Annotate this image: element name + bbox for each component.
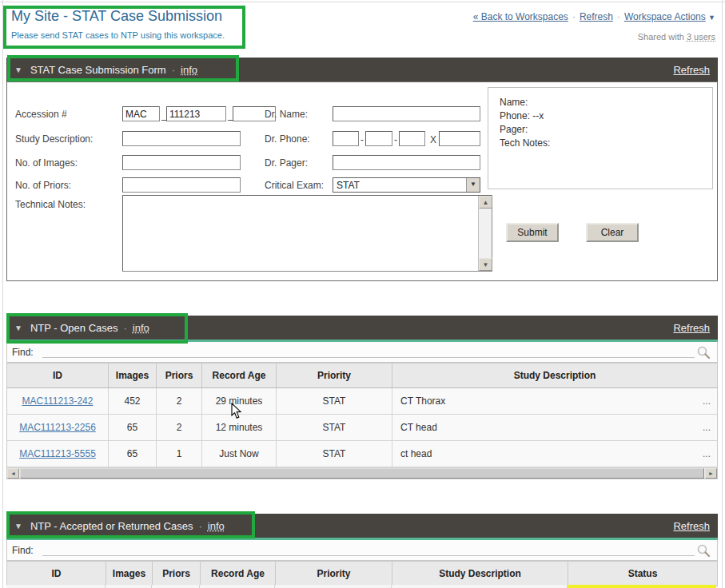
images-cell: 65 (109, 415, 157, 441)
column-header-priors[interactable]: Priors (157, 363, 202, 388)
dr-phone-prefix-input[interactable] (365, 131, 392, 146)
dr-pager-label: Dr. Pager: (265, 157, 308, 169)
dr-phone-area-input[interactable] (333, 131, 359, 146)
dr-name-input[interactable] (333, 106, 480, 121)
scrollbar-thumb[interactable] (20, 468, 704, 479)
accepted-cases-info-link[interactable]: info (208, 520, 225, 532)
workspace-actions-dropdown-icon[interactable]: ▼ (708, 14, 715, 22)
partial-cell (200, 585, 275, 588)
top-nav: « Back to Workspaces·Refresh·Workspace A… (473, 11, 715, 22)
scroll-down-icon[interactable]: ▼ (479, 258, 492, 271)
dropdown-arrow-icon[interactable]: ▼ (466, 178, 480, 192)
accession-label: Accession # (15, 109, 67, 120)
accepted-cases-refresh-link[interactable]: Refresh (673, 520, 710, 532)
scroll-up-icon[interactable]: ▲ (479, 196, 492, 209)
open-cases-refresh-link[interactable]: Refresh (673, 322, 710, 334)
scroll-right-icon[interactable]: ► (705, 468, 717, 479)
accession-part2-input[interactable] (166, 106, 226, 121)
phone-ext-label: X (430, 134, 436, 145)
dr-phone-ext-input[interactable] (439, 131, 480, 146)
summary-name-line: Name: (500, 96, 701, 109)
case-id-link[interactable]: MAC111213-2256 (19, 422, 96, 433)
critical-exam-value: STAT (337, 180, 360, 191)
priors-cell: 2 (157, 415, 202, 441)
no-images-input[interactable] (122, 155, 241, 170)
clear-button[interactable]: Clear (586, 223, 639, 242)
section-collapse-icon[interactable]: ▼ (14, 324, 22, 332)
no-priors-input[interactable] (122, 177, 241, 193)
case-id-link[interactable]: MAC111213-242 (22, 395, 94, 407)
more-ellipsis[interactable]: ... (703, 422, 711, 433)
refresh-link[interactable]: Refresh (580, 11, 613, 22)
submitter-summary-panel: Name: Phone: --x Pager: Tech Notes: (488, 87, 713, 189)
column-header-images[interactable]: Images (109, 363, 157, 388)
technical-notes-input[interactable] (123, 196, 478, 271)
critical-exam-select[interactable]: STAT ▼ (333, 177, 480, 193)
form-info-link[interactable]: info (181, 64, 197, 76)
priority-cell: STAT (277, 415, 392, 441)
section-separator: · (193, 520, 207, 532)
accepted-cases-find-input[interactable] (42, 543, 695, 556)
open-cases-find-input[interactable] (42, 345, 695, 358)
no-priors-label: No. of Priors: (15, 180, 71, 191)
column-header-priors[interactable]: Priors (153, 561, 201, 586)
case-id-link[interactable]: MAC111213-5555 (19, 448, 96, 459)
stat-case-form: Accession # _ _ Study Description: No. o… (6, 81, 718, 281)
search-icon[interactable] (696, 345, 711, 360)
form-section-title: STAT Case Submission Form (30, 64, 166, 76)
dr-phone-label: Dr. Phone: (265, 133, 310, 145)
priors-cell: 1 (157, 441, 202, 467)
column-header-record-age[interactable]: Record Age (201, 561, 276, 586)
section-separator: · (166, 64, 181, 76)
accession-part1-input[interactable] (122, 106, 160, 121)
study-description-cell: CT head... (392, 415, 717, 441)
priority-cell: STAT (277, 441, 392, 467)
scroll-left-icon[interactable]: ◄ (7, 468, 19, 479)
section-collapse-icon[interactable]: ▼ (14, 522, 22, 530)
column-header-images[interactable]: Images (106, 561, 153, 586)
critical-exam-label: Critical Exam: (265, 180, 324, 191)
more-ellipsis[interactable]: ... (703, 395, 711, 407)
nav-separator: · (568, 11, 580, 22)
column-header-priority[interactable]: Priority (277, 363, 392, 388)
study-description-cell: ct head... (392, 441, 717, 467)
case-id-cell: MAC111213-242 (7, 388, 109, 415)
dr-phone-line-input[interactable] (399, 131, 425, 146)
phone-separator: - (361, 134, 364, 145)
more-ellipsis[interactable]: ... (703, 448, 711, 459)
summary-phone-line: Phone: --x (500, 109, 701, 123)
column-header-record-age[interactable]: Record Age (202, 363, 277, 388)
form-refresh-link[interactable]: Refresh (673, 64, 710, 76)
study-description-input[interactable] (122, 131, 241, 146)
study-description-text: ct head (400, 448, 432, 459)
partial-cell (275, 585, 392, 588)
horizontal-scrollbar[interactable]: ◄ ► (6, 467, 718, 479)
partial-cell (6, 585, 106, 588)
shared-with-text: Shared with 3 users (638, 32, 715, 42)
section-collapse-icon[interactable]: ▼ (14, 66, 22, 74)
section-separator: · (118, 322, 133, 334)
submit-button[interactable]: Submit (506, 223, 559, 242)
workspace-actions-link[interactable]: Workspace Actions (624, 11, 706, 22)
table-row: MAC111213-5555 65 1 Just Now STAT ct hea… (6, 441, 718, 467)
column-header-priority[interactable]: Priority (276, 561, 392, 586)
column-header-id[interactable]: ID (7, 561, 106, 586)
column-header-study-description[interactable]: Study Description (392, 561, 568, 586)
open-cases-find-row: Find: (6, 342, 718, 363)
no-images-label: No. of Images: (15, 157, 78, 169)
technical-notes-field: ▲ ▼ (122, 195, 492, 272)
dr-pager-input[interactable] (333, 155, 480, 170)
technical-notes-label: Technical Notes: (15, 199, 86, 210)
study-description-cell: CT Thorax... (392, 388, 717, 415)
page-top-border (0, 2, 725, 2)
column-header-id[interactable]: ID (7, 363, 109, 388)
column-header-study-description[interactable]: Study Description (392, 363, 717, 388)
column-header-status[interactable]: Status (568, 561, 717, 586)
back-to-workspaces-link[interactable]: « Back to Workspaces (473, 11, 568, 22)
technical-notes-scrollbar[interactable]: ▲ ▼ (478, 196, 492, 271)
open-cases-header-row: ID Images Priors Record Age Priority Stu… (6, 363, 718, 388)
open-cases-info-link[interactable]: info (133, 322, 149, 334)
shared-users-link[interactable]: 3 users (687, 32, 715, 42)
find-label: Find: (12, 347, 34, 358)
search-icon[interactable] (696, 543, 711, 558)
